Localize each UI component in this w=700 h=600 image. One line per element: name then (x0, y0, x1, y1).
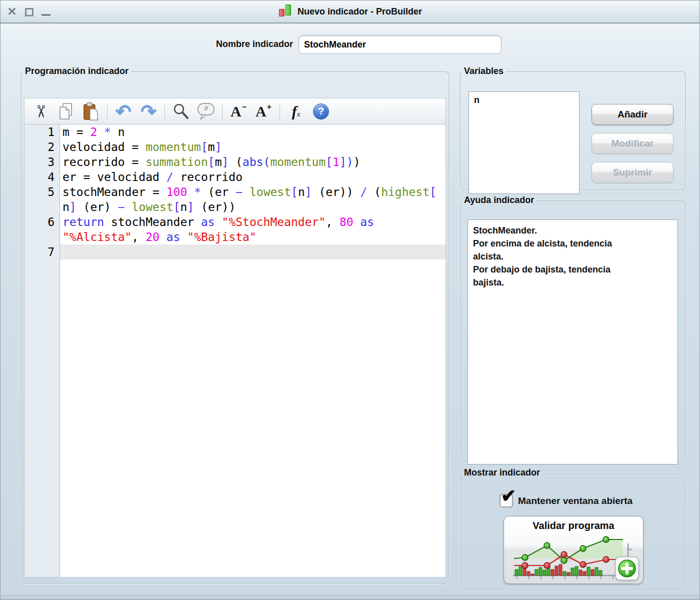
help-textarea[interactable]: StochMeander.Por encima de alcista, tend… (468, 220, 678, 464)
search-button[interactable] (168, 100, 194, 123)
checkmark-icon: ✔ (501, 487, 516, 505)
font-increase-icon: A (256, 104, 266, 119)
line-number: 7 (24, 244, 60, 260)
variables-panel: Variables n AñadirModificarSuprimir (460, 66, 686, 190)
code-editor[interactable]: 1m = 2 * n2velocidad = momentum[m]3recor… (24, 124, 446, 578)
undo-button[interactable]: ↶ (111, 100, 136, 123)
redo-arrow-icon: ↷ (140, 102, 156, 121)
window-title: Nuevo indicador - ProBuilder (298, 6, 422, 17)
scissors-icon: ✂ (32, 104, 50, 118)
help-text-line: bajista. (473, 276, 672, 289)
code-line[interactable]: 4er = velocidad / recorrido (24, 170, 446, 184)
code-line[interactable]: 5stochMeander = 100 * (er − lowest[n] (e… (24, 184, 446, 200)
comment-button[interactable]: // (194, 100, 218, 123)
programming-panel: Programación indicador ✂ (20, 66, 450, 584)
code-line[interactable]: "%Alcista", 20 as "%Bajista" (24, 230, 446, 244)
code-line[interactable]: 7 (24, 244, 446, 260)
paste-button[interactable] (78, 100, 104, 123)
programming-panel-legend: Programación indicador (22, 66, 131, 76)
help-panel-legend: Ayuda indicador (462, 195, 536, 206)
add-indicator-icon (615, 556, 639, 580)
help-button[interactable]: ? (308, 100, 334, 123)
line-number: 4 (24, 170, 60, 184)
code-line[interactable]: 2velocidad = momentum[m] (24, 140, 446, 154)
font-increase-button[interactable]: A + (251, 100, 276, 123)
line-number (24, 230, 60, 244)
variables-panel-legend: Variables (462, 66, 506, 76)
indicator-name-input[interactable] (298, 35, 502, 54)
help-panel: Ayuda indicador StochMeander.Por encima … (460, 195, 686, 462)
window-bottom-edge (0, 595, 700, 600)
keep-window-open-label: Mantener ventana abierta (518, 496, 632, 506)
minimize-icon[interactable] (40, 6, 52, 17)
show-indicator-panel: Mostrar indicador ✔ Mantener ventana abi… (460, 468, 686, 590)
help-text-line: StochMeander. (473, 224, 672, 237)
line-number (24, 200, 60, 214)
help-text-line: alcista. (473, 250, 672, 263)
title-bar: ✕ Nuevo indicador - ProBuilder (0, 0, 700, 24)
validate-program-button[interactable]: Validar programa (504, 516, 644, 584)
maximize-icon[interactable] (24, 6, 34, 17)
indicator-name-label: Nombre indicador (170, 39, 293, 50)
paste-clipboard-icon (82, 102, 100, 121)
font-decrease-button[interactable]: A − (226, 100, 251, 123)
help-text-line: Por encima de alcista, tendencia (473, 237, 672, 250)
keep-window-open-checkbox[interactable]: ✔ (500, 494, 513, 508)
show-indicator-panel-legend: Mostrar indicador (462, 468, 542, 478)
variable-list-item[interactable]: n (469, 92, 579, 106)
close-icon[interactable]: ✕ (6, 6, 18, 17)
window-controls: ✕ (6, 0, 52, 22)
copy-pages-icon (58, 102, 74, 120)
add-variable-button[interactable]: Añadir (592, 104, 674, 125)
line-number: 5 (24, 184, 60, 200)
probuilder-logo-icon (278, 3, 293, 20)
undo-arrow-icon: ↶ (116, 102, 132, 121)
line-number: 2 (24, 140, 60, 154)
validate-program-label: Validar programa (504, 520, 643, 532)
line-number: 1 (24, 124, 60, 140)
function-fx-icon: f (292, 103, 297, 120)
editor-toolbar: ✂ ↶ ↷ (24, 98, 446, 124)
code-line[interactable]: 6return stochMeander as "%StochMeander",… (24, 214, 446, 230)
search-icon (172, 102, 190, 120)
help-text-line: Por debajo de bajista, tendencia (473, 263, 672, 276)
code-line[interactable]: n] (er) − lowest[n] (er)) (24, 200, 446, 214)
variables-list[interactable]: n (468, 92, 580, 194)
code-line[interactable]: 1m = 2 * n (24, 124, 446, 140)
code-line[interactable]: 3recorrido = summation[m] (abs(momentum[… (24, 154, 446, 170)
delete-variable-button[interactable]: Suprimir (592, 162, 674, 183)
font-decrease-icon: A (230, 104, 242, 119)
modify-variable-button[interactable]: Modificar (592, 133, 674, 154)
probuilder-window: ✕ Nuevo indicador - ProBuilder Nombre in… (0, 0, 700, 600)
insert-function-button[interactable]: f x (284, 100, 308, 123)
cut-button[interactable]: ✂ (28, 100, 54, 123)
line-number: 3 (24, 154, 60, 170)
line-number: 6 (24, 214, 60, 230)
copy-button[interactable] (54, 100, 78, 123)
redo-button[interactable]: ↷ (136, 100, 161, 123)
help-question-icon: ? (313, 104, 329, 120)
